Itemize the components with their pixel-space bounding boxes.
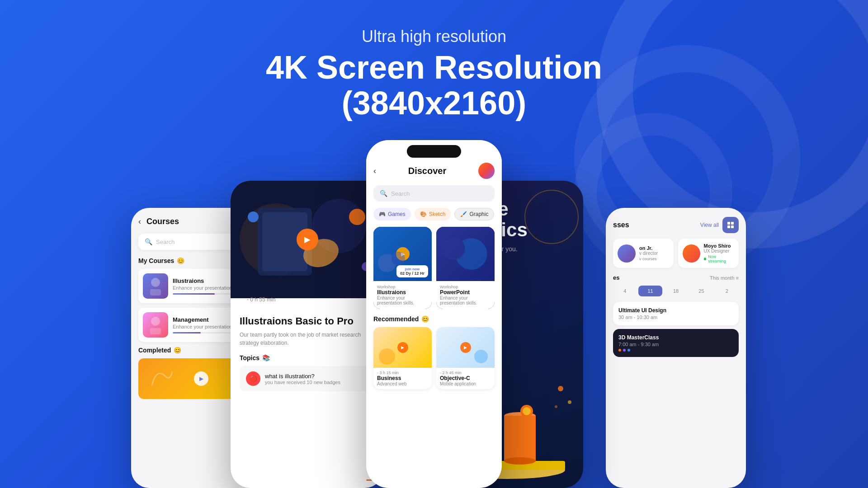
card-info-2: Workshop PowerPoint Enhance your present…	[436, 281, 495, 309]
schedule-section-title: es	[613, 274, 619, 281]
discover-title: Discover	[408, 166, 447, 176]
grid-icon	[726, 221, 735, 229]
discover-card-1[interactable]: ▶ join now 02 Dy / 12 Hr Workshop Illust…	[373, 227, 432, 309]
discover-search-bar[interactable]: 🔍 Search	[373, 185, 495, 202]
topic-name: what is illustration?	[265, 373, 340, 380]
svg-point-36	[555, 405, 557, 408]
this-month-label: This month ≡	[710, 275, 739, 281]
cal-day-1[interactable]: 4	[613, 286, 637, 296]
schedule-title: sses	[613, 221, 629, 229]
svg-point-34	[558, 386, 563, 391]
rec-card-business[interactable]: ▶ - 3 h 15 min Business Advanced web	[373, 327, 432, 389]
card-bg-2	[436, 227, 495, 281]
workshop-label-2: Workshop	[440, 285, 491, 289]
course-detail-content: Illustraions Basic to Pro Our team partl…	[231, 308, 384, 399]
instructor-role-2: UX Designer	[704, 249, 734, 253]
instructor-avatar-1	[618, 244, 636, 263]
discover-screen-content: ‹ Discover 🔍 Search 🎮 Games 🎨 Sketch 🖌️	[366, 163, 502, 389]
event-card-2[interactable]: 3D MasterClass 7:00 am - 9:30 am	[613, 329, 739, 357]
course-thumb-2	[143, 312, 168, 338]
header-subtitle: Ultra high resolution	[266, 27, 602, 46]
cal-day-2[interactable]: 11	[638, 286, 662, 296]
instructor-info-2: Moyo Shiro UX Designer Now streaming	[704, 243, 734, 263]
recommended-title: Recommended 😊	[373, 315, 495, 323]
games-label: Games	[388, 211, 406, 217]
duration-badge: - 0 h 55 min	[247, 293, 382, 303]
pill-games[interactable]: 🎮 Games	[373, 208, 411, 221]
course-detail-desc: Our team partly took on the job of marke…	[240, 331, 375, 347]
event-title-2: 3D MasterClass	[618, 334, 733, 341]
rec-title-2: Objective-C	[440, 375, 491, 381]
rec-bg-2: ▶	[436, 327, 495, 368]
svg-point-23	[504, 457, 536, 465]
instructor-role-1: v director	[639, 251, 658, 256]
phone-course-detail: ▶ - 0 h 55 min Illustraions Basic to Pro…	[231, 181, 384, 488]
category-pills: 🎮 Games 🎨 Sketch 🖌️ Graphic •••	[373, 208, 495, 221]
topic-text: what is illustration? you have received …	[265, 373, 340, 385]
event-card-1[interactable]: Ultimate UI Design 30 am - 10:30 am	[613, 302, 739, 325]
course-thumb-1	[143, 273, 168, 299]
pill-graphic[interactable]: 🖌️ Graphic	[454, 208, 494, 221]
rec-info-1: - 3 h 15 min Business Advanced web	[373, 368, 432, 389]
play-overlay[interactable]: ▶	[297, 229, 318, 250]
rec-play-1[interactable]: ▶	[397, 342, 408, 353]
sketch-label: Sketch	[429, 211, 446, 217]
card-sub-1: Enhance your presentation skills.	[377, 296, 428, 305]
instructor-info-1: on Jr. v director v courses	[639, 245, 658, 261]
card-title-1: Illustraions	[377, 289, 428, 296]
back-icon[interactable]: ‹	[138, 217, 141, 226]
pill-sketch[interactable]: 🎨 Sketch	[415, 208, 451, 221]
progress-fill-1	[173, 293, 215, 295]
rec-duration-1: - 3 h 15 min	[377, 371, 428, 375]
progress-fill-2	[173, 332, 201, 333]
svg-point-14	[392, 252, 405, 265]
schedule-header: es This month ≡	[613, 274, 739, 281]
rec-title-1: Business	[377, 375, 428, 381]
svg-point-0	[151, 278, 160, 287]
rec-bg-1: ▶	[373, 327, 432, 368]
discover-back-icon[interactable]: ‹	[373, 166, 376, 176]
svg-point-16	[443, 237, 465, 260]
notch-bar	[366, 140, 502, 163]
discover-search-text: Search	[391, 190, 410, 197]
svg-rect-22	[504, 416, 536, 461]
rec-cards-row: ▶ - 3 h 15 min Business Advanced web ▶	[373, 327, 495, 389]
view-all-link[interactable]: View all	[700, 222, 719, 228]
rec-card-objectivec[interactable]: ▶ - 2 h 45 min Objective-C Mobile applic…	[436, 327, 495, 389]
instructor-card-2[interactable]: Moyo Shiro UX Designer Now streaming	[678, 239, 739, 268]
event-title-1: Ultimate UI Design	[618, 307, 733, 314]
svg-point-17	[379, 348, 395, 365]
svg-rect-40	[731, 225, 734, 228]
svg-point-31	[523, 407, 531, 415]
instructor-card-1[interactable]: on Jr. v director v courses	[613, 239, 674, 268]
topics-title: Topics 📚	[240, 354, 375, 361]
cal-day-4[interactable]: 25	[689, 286, 713, 296]
event-dots	[618, 349, 733, 352]
play-button-completed[interactable]: ▶	[194, 371, 208, 386]
rec-play-2[interactable]: ▶	[460, 342, 471, 353]
cal-day-3[interactable]: 18	[664, 286, 688, 296]
games-icon: 🎮	[379, 211, 386, 217]
discover-cards-row: ▶ join now 02 Dy / 12 Hr Workshop Illust…	[373, 227, 495, 309]
topic-item[interactable]: 🔴 what is illustration? you have receive…	[240, 366, 375, 391]
discover-card-2[interactable]: Workshop PowerPoint Enhance your present…	[436, 227, 495, 309]
phone-schedule: sses View all	[606, 208, 746, 488]
discover-navbar: ‹ Discover	[373, 163, 495, 179]
course-detail-title: Illustraions Basic to Pro	[240, 315, 375, 327]
instructor-name-1: on Jr.	[639, 245, 658, 251]
header: Ultra high resolution 4K Screen Resoluti…	[266, 27, 602, 121]
svg-rect-1	[150, 289, 161, 296]
schedule-nav-icon[interactable]	[722, 217, 739, 233]
workshop-label-1: Workshop	[377, 285, 428, 289]
instructors-row: on Jr. v director v courses Moyo Shiro U…	[613, 239, 739, 268]
discover-avatar[interactable]	[478, 163, 495, 179]
card-sub-2: Enhance your presentation skills.	[440, 296, 491, 305]
rec-info-2: - 2 h 45 min Objective-C Mobile applicat…	[436, 368, 495, 389]
instructor-name-2: Moyo Shiro	[704, 243, 734, 249]
svg-point-2	[151, 317, 160, 326]
stream-text: Now streaming	[708, 254, 734, 263]
cal-day-5[interactable]: 2	[715, 286, 739, 296]
phones-container: ‹ Courses 🔍 Search My Courses 😊	[95, 127, 773, 488]
rec-sub-2: Mobile application	[440, 381, 491, 386]
analytics-deco-curve	[524, 190, 579, 244]
